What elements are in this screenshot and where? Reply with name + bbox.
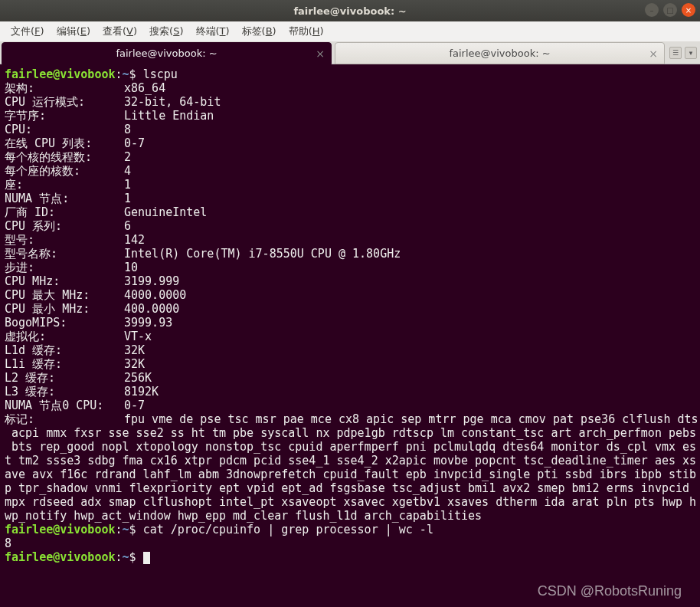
tab-close-icon[interactable]: × — [649, 48, 658, 60]
lscpu-key: NUMA 节点: — [5, 192, 124, 205]
cursor — [143, 552, 150, 564]
tabbar: fairlee@vivobook: ~ × fairlee@vivobook: … — [0, 41, 700, 64]
flags-label: 标记: — [5, 412, 124, 426]
menu-search[interactable]: 搜索(S) — [143, 22, 189, 41]
lscpu-key: CPU 运行模式: — [5, 95, 124, 109]
new-tab-button[interactable]: ☰ — [669, 47, 682, 59]
menu-tabs[interactable]: 标签(B) — [236, 22, 283, 41]
lscpu-key: 虚拟化: — [5, 330, 124, 343]
prompt-path: ~ — [123, 523, 129, 536]
menu-edit[interactable]: 编辑(E) — [51, 22, 96, 41]
tab-extra: ☰ ▾ — [666, 47, 700, 59]
menu-file[interactable]: 文件(F) — [5, 22, 51, 41]
menu-terminal[interactable]: 终端(T) — [190, 22, 236, 41]
lscpu-key: 每个座的核数: — [5, 164, 124, 178]
lscpu-key: CPU: — [5, 123, 124, 136]
tab-label: fairlee@vivobook: ~ — [449, 48, 550, 59]
minimize-button[interactable]: – — [645, 3, 659, 17]
tab-1[interactable]: fairlee@vivobook: ~ × — [2, 42, 332, 64]
menu-view[interactable]: 查看(V) — [96, 22, 143, 41]
command-lscpu: lscpu — [143, 67, 178, 81]
command-cat: cat /proc/cpuinfo | grep processor | wc … — [143, 523, 433, 536]
lscpu-key: 字节序: — [5, 109, 124, 123]
lscpu-key: L1i 缓存: — [5, 357, 124, 371]
lscpu-key: L1d 缓存: — [5, 343, 124, 357]
titlebar: fairlee@vivobook: ~ – □ × — [0, 0, 700, 21]
lscpu-key: CPU MHz: — [5, 274, 124, 288]
lscpu-flags: acpi mmx fxsr sse sse2 ss ht tm pbe sysc… — [5, 426, 696, 523]
window-title: fairlee@vivobook: ~ — [293, 5, 406, 17]
prompt-user: fairlee@vivobook — [5, 523, 116, 536]
tab-menu-button[interactable]: ▾ — [685, 47, 697, 59]
lscpu-key: L2 缓存: — [5, 371, 124, 385]
lscpu-key: CPU 最大 MHz: — [5, 288, 124, 302]
menu-help[interactable]: 帮助(H) — [283, 22, 330, 41]
lscpu-key: 每个核的线程数: — [5, 150, 124, 164]
watermark: CSDN @RobotsRuning — [538, 583, 682, 599]
lscpu-key: 型号名称: — [5, 247, 124, 261]
output-count: 8 — [5, 536, 11, 550]
lscpu-key: 型号: — [5, 233, 124, 247]
tab-label: fairlee@vivobook: ~ — [116, 48, 217, 59]
lscpu-key: CPU 最小 MHz: — [5, 302, 124, 316]
lscpu-key: 厂商 ID: — [5, 205, 124, 219]
lscpu-key: 在线 CPU 列表: — [5, 136, 124, 150]
lscpu-output: 架构:x86_64 CPU 运行模式:32-bit, 64-bit 字节序:Li… — [5, 81, 401, 412]
lscpu-key: 座: — [5, 178, 124, 192]
lscpu-key: NUMA 节点0 CPU: — [5, 399, 124, 412]
close-button[interactable]: × — [682, 3, 695, 17]
lscpu-key: CPU 系列: — [5, 219, 124, 233]
tab-2[interactable]: fairlee@vivobook: ~ × — [335, 42, 665, 64]
terminal[interactable]: fairlee@vivobook:~$ lscpu 架构:x86_64 CPU … — [0, 64, 700, 607]
tab-close-icon[interactable]: × — [316, 48, 325, 60]
lscpu-key: 架构: — [5, 81, 124, 95]
window-controls: – □ × — [645, 3, 695, 17]
prompt-path: ~ — [123, 67, 129, 81]
menubar: 文件(F) 编辑(E) 查看(V) 搜索(S) 终端(T) 标签(B) 帮助(H… — [0, 21, 700, 41]
prompt-user: fairlee@vivobook — [5, 550, 116, 564]
maximize-button[interactable]: □ — [663, 3, 677, 17]
lscpu-key: BogoMIPS: — [5, 316, 124, 330]
lscpu-key: 步进: — [5, 261, 124, 274]
prompt-path: ~ — [123, 550, 129, 564]
lscpu-key: L3 缓存: — [5, 385, 124, 399]
prompt-user: fairlee@vivobook — [5, 67, 116, 81]
